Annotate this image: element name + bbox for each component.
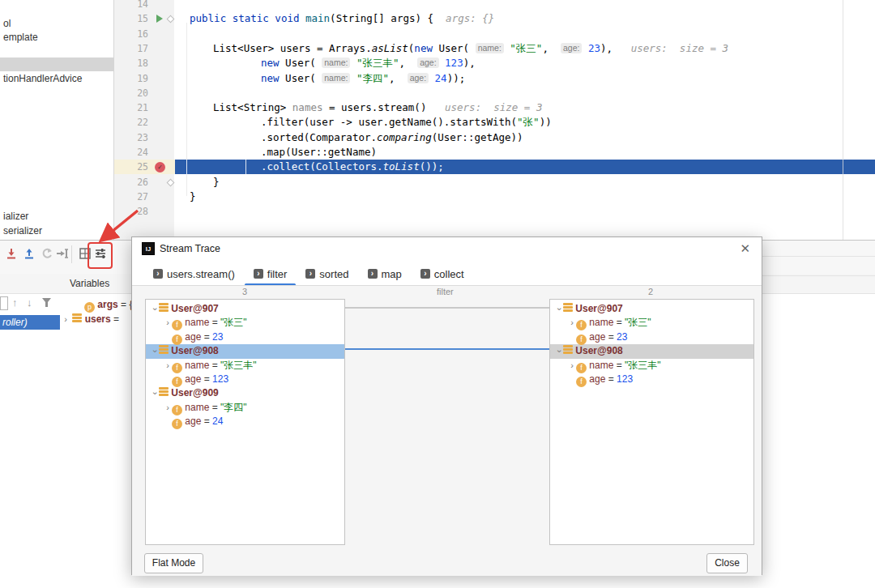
tree-row[interactable]: f age = 123 <box>146 373 344 386</box>
code-token: public static void <box>190 12 305 24</box>
tab-map[interactable]: ›map <box>366 263 403 284</box>
tree-row[interactable]: › User@908 <box>146 344 344 358</box>
code-token <box>439 57 446 69</box>
code-line-24[interactable]: .map(User::getName) <box>261 145 377 160</box>
code-line-22[interactable]: .filter(user -> user.getName().startsWit… <box>261 115 552 130</box>
code-line-21[interactable]: List<String> names = users.stream() user… <box>213 100 542 115</box>
close-button[interactable]: Close <box>706 553 748 573</box>
code-line-17[interactable]: List<User> users = Arrays.asList(new Use… <box>213 41 728 56</box>
gutter-line-19[interactable]: 19 <box>114 71 175 86</box>
chevron-down-icon[interactable]: › <box>148 305 162 313</box>
stream-op-icon: › <box>420 269 430 279</box>
equals-sign: = <box>201 415 212 427</box>
step-into-icon[interactable] <box>5 247 18 260</box>
tree-row[interactable]: ›f name = "张三丰" <box>146 359 344 373</box>
gutter-line-21[interactable]: 21 <box>114 100 175 115</box>
close-icon[interactable]: ✕ <box>740 241 750 256</box>
tab-label: filter <box>267 268 288 280</box>
tab-sorted[interactable]: ›sorted <box>304 263 350 284</box>
code-line-27[interactable]: } <box>190 190 196 204</box>
tree-row[interactable]: › User@907 <box>550 302 753 316</box>
tab-label: collect <box>434 268 464 280</box>
chevron-down-icon[interactable]: › <box>148 347 162 356</box>
tab-usersstream[interactable]: ›users.stream() <box>152 263 237 284</box>
code-token: User( <box>438 42 475 54</box>
left-panel-item[interactable]: ializer <box>3 210 28 223</box>
code-line-23[interactable]: .sorted(Comparator.comparing(User::getAg… <box>261 130 523 145</box>
parameter-hint: age: <box>561 43 582 53</box>
dialog-titlebar[interactable]: IJ Stream Trace ✕ <box>132 237 762 260</box>
gutter-line-25[interactable]: 25✓ <box>114 160 175 174</box>
tree-row[interactable]: f age = 23 <box>146 330 344 344</box>
tree-row[interactable]: ›f name = "李四" <box>146 401 344 415</box>
gutter-line-18[interactable]: 18 <box>114 56 175 70</box>
chevron-right-icon[interactable]: › <box>164 316 172 330</box>
tree-row[interactable]: f age = 24 <box>146 415 344 428</box>
run-method-icon[interactable] <box>156 15 163 23</box>
gutter-line-27[interactable]: 27 <box>114 190 175 204</box>
tree-row[interactable]: › User@907 <box>146 302 344 316</box>
field-name: age <box>185 373 201 385</box>
gutter-line-14[interactable]: 14 <box>114 0 175 11</box>
code-line-26[interactable]: } <box>213 175 220 190</box>
drop-frame-icon[interactable] <box>41 247 53 260</box>
field-icon: f <box>576 334 587 345</box>
gutter-line-24[interactable]: 24 <box>114 145 175 160</box>
tree-row[interactable]: f age = 123 <box>550 373 753 386</box>
code-line-18[interactable]: new User( name: "张三丰", age: 123), <box>261 56 476 70</box>
chevron-down-icon[interactable]: › <box>553 305 566 313</box>
down-arrow-icon[interactable]: ↓ <box>27 296 32 309</box>
code-line-15[interactable]: public static void main(String[] args) {… <box>190 11 494 26</box>
after-filter-tree[interactable]: › User@907›f name = "张三"f age = 23› User… <box>549 299 754 545</box>
fold-marker-icon[interactable] <box>167 15 175 23</box>
left-panel-item[interactable] <box>0 58 113 71</box>
gutter-line-23[interactable]: 23 <box>114 130 175 145</box>
up-arrow-icon[interactable]: ↑ <box>12 296 18 309</box>
chevron-right-icon[interactable]: › <box>164 401 172 415</box>
chevron-right-icon[interactable]: › <box>568 316 576 330</box>
variable-row-args[interactable]: p args = { <box>84 298 132 312</box>
breakpoint-icon[interactable]: ✓ <box>155 162 165 173</box>
tree-row[interactable]: › User@909 <box>146 386 344 400</box>
run-to-cursor-icon[interactable] <box>56 247 69 260</box>
code-token <box>429 72 435 84</box>
left-panel-item[interactable]: tionHandlerAdvice <box>3 72 82 85</box>
gutter-line-22[interactable]: 22 <box>114 115 175 130</box>
tree-row[interactable]: f age = 23 <box>550 330 753 344</box>
fold-marker-icon[interactable] <box>167 178 175 186</box>
gutter-line-15[interactable]: 15 <box>114 11 175 26</box>
gutter-line-16[interactable]: 16 <box>114 27 175 41</box>
tree-row[interactable]: ›f name = "张三" <box>146 316 344 330</box>
code-token: "张" <box>517 116 540 128</box>
gutter-line-26[interactable]: 26 <box>114 175 175 190</box>
equals-sign: = <box>201 373 212 385</box>
flat-mode-button[interactable]: Flat Mode <box>144 553 203 573</box>
tree-row[interactable]: ›f name = "张三" <box>550 316 753 330</box>
chevron-right-icon[interactable]: › <box>164 359 172 373</box>
gutter-line-17[interactable]: 17 <box>114 41 175 56</box>
chevron-right-icon[interactable]: › <box>62 313 70 326</box>
chevron-down-icon[interactable]: › <box>553 347 566 356</box>
variable-row-users[interactable]: › users = <box>62 313 119 326</box>
left-panel-item[interactable]: serializer <box>3 224 42 237</box>
field-value: 123 <box>212 373 228 385</box>
stack-frame-row[interactable]: roller) <box>0 315 60 330</box>
tree-row[interactable]: › User@908 <box>550 344 753 358</box>
toolbar-separator <box>71 245 72 263</box>
tab-collect[interactable]: ›collect <box>419 263 466 284</box>
thread-dropdown[interactable] <box>0 296 8 310</box>
filter-funnel-icon[interactable] <box>41 297 52 308</box>
left-panel-item[interactable]: ol <box>3 17 11 30</box>
equals-sign: = <box>209 317 220 328</box>
code-line-19[interactable]: new User( name: "李四", age: 24)); <box>261 71 465 86</box>
chevron-down-icon[interactable]: › <box>148 390 162 398</box>
chevron-right-icon[interactable]: › <box>568 359 576 373</box>
left-count-label: 3 <box>242 287 247 296</box>
step-out-icon[interactable] <box>23 247 36 260</box>
left-panel-item[interactable]: emplate <box>3 31 38 44</box>
tab-filter[interactable]: ›filter <box>252 263 289 284</box>
before-filter-tree[interactable]: › User@907›f name = "张三"f age = 23› User… <box>145 299 345 545</box>
gutter-line-20[interactable]: 20 <box>114 86 175 100</box>
code-line-25[interactable]: .collect(Collectors.toList()); <box>261 160 444 174</box>
tree-row[interactable]: ›f name = "张三丰" <box>550 359 753 373</box>
